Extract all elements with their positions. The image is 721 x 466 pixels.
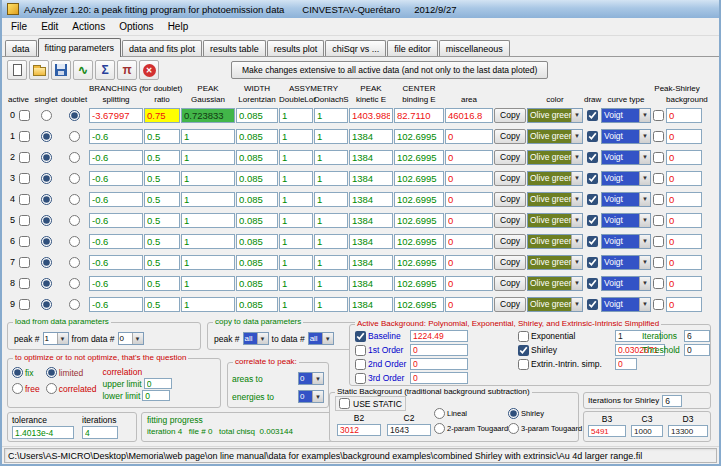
area-field[interactable] bbox=[445, 276, 493, 291]
active-checkbox[interactable] bbox=[19, 257, 30, 268]
area-field[interactable] bbox=[445, 213, 493, 228]
bg-threshold-field[interactable] bbox=[684, 344, 710, 356]
second-order-field[interactable] bbox=[410, 358, 468, 370]
draw-checkbox[interactable] bbox=[587, 194, 598, 205]
singlet-radio[interactable] bbox=[41, 299, 52, 310]
lorentzian-width-field[interactable] bbox=[236, 255, 278, 270]
binding-energy-field[interactable] bbox=[394, 213, 444, 228]
doublet-radio[interactable] bbox=[69, 152, 80, 163]
curve-type-select[interactable]: Voigt▼ bbox=[601, 171, 651, 186]
doniach-sunjic-field[interactable] bbox=[314, 276, 348, 291]
tolerance-field[interactable] bbox=[12, 426, 74, 439]
limited-radio[interactable] bbox=[46, 367, 57, 378]
peak-shirley-background-field[interactable] bbox=[666, 234, 702, 249]
draw-checkbox[interactable] bbox=[587, 110, 598, 121]
d3-field[interactable] bbox=[668, 425, 708, 437]
c3-field[interactable] bbox=[631, 425, 663, 437]
c2-field[interactable] bbox=[387, 424, 431, 436]
peak-shirley-background-field[interactable] bbox=[666, 297, 702, 312]
branching-ratio-field[interactable] bbox=[144, 108, 180, 123]
branching-ratio-field[interactable] bbox=[144, 234, 180, 249]
binding-energy-field[interactable] bbox=[394, 276, 444, 291]
draw-checkbox[interactable] bbox=[587, 236, 598, 247]
peak-shirley-checkbox[interactable] bbox=[653, 257, 664, 268]
copy-button[interactable]: Copy bbox=[494, 276, 526, 291]
color-select[interactable]: Olive green▼ bbox=[527, 276, 583, 291]
splitting-field[interactable] bbox=[89, 129, 143, 144]
menu-file[interactable]: File bbox=[4, 20, 34, 33]
doublet-radio[interactable] bbox=[69, 110, 80, 121]
gaussian-width-field[interactable] bbox=[181, 234, 235, 249]
active-checkbox[interactable] bbox=[19, 152, 30, 163]
draw-checkbox[interactable] bbox=[587, 278, 598, 289]
peak-shirley-background-field[interactable] bbox=[666, 276, 702, 291]
tab-results-plot[interactable]: results plot bbox=[267, 40, 325, 56]
peak-shirley-checkbox[interactable] bbox=[653, 236, 664, 247]
doniach-sunjic-field[interactable] bbox=[314, 108, 348, 123]
copy-button[interactable]: Copy bbox=[494, 171, 526, 186]
kinetic-energy-field[interactable] bbox=[349, 129, 393, 144]
peak-shirley-checkbox[interactable] bbox=[653, 299, 664, 310]
load-peak-select[interactable]: 1▼ bbox=[43, 332, 69, 345]
fix-radio[interactable] bbox=[12, 367, 23, 378]
doublet-radio[interactable] bbox=[69, 131, 80, 142]
gaussian-width-field[interactable] bbox=[181, 276, 235, 291]
tab-results-table[interactable]: results table bbox=[203, 40, 266, 56]
shirley-checkbox[interactable] bbox=[518, 345, 529, 356]
plot-button[interactable]: ∿ bbox=[73, 60, 93, 80]
kinetic-energy-field[interactable] bbox=[349, 171, 393, 186]
singlet-radio[interactable] bbox=[41, 131, 52, 142]
copy-to-data-select[interactable]: all▼ bbox=[308, 332, 334, 345]
menu-edit[interactable]: Edit bbox=[34, 20, 65, 33]
binding-energy-field[interactable] bbox=[394, 255, 444, 270]
peak-shirley-background-field[interactable] bbox=[666, 213, 702, 228]
area-field[interactable] bbox=[445, 255, 493, 270]
lorentzian-width-field[interactable] bbox=[236, 171, 278, 186]
color-select[interactable]: Olive green▼ bbox=[527, 171, 583, 186]
singlet-radio[interactable] bbox=[41, 194, 52, 205]
double-lorentzian-field[interactable] bbox=[279, 234, 313, 249]
second-order-checkbox[interactable] bbox=[355, 359, 366, 370]
double-lorentzian-field[interactable] bbox=[279, 192, 313, 207]
third-order-checkbox[interactable] bbox=[355, 373, 366, 384]
draw-checkbox[interactable] bbox=[587, 131, 598, 142]
copy-peak-select[interactable]: all▼ bbox=[243, 332, 269, 345]
gaussian-width-field[interactable] bbox=[181, 150, 235, 165]
correlated-radio[interactable] bbox=[46, 383, 57, 394]
copy-button[interactable]: Copy bbox=[494, 192, 526, 207]
gaussian-width-field[interactable] bbox=[181, 213, 235, 228]
baseline-checkbox[interactable] bbox=[355, 331, 366, 342]
lorentzian-width-field[interactable] bbox=[236, 150, 278, 165]
branching-ratio-field[interactable] bbox=[144, 129, 180, 144]
new-file-button[interactable] bbox=[7, 60, 27, 80]
menu-options[interactable]: Options bbox=[112, 20, 160, 33]
exponential-checkbox[interactable] bbox=[518, 331, 529, 342]
peak-shirley-checkbox[interactable] bbox=[653, 173, 664, 184]
abort-button[interactable]: ✕ bbox=[139, 60, 159, 80]
copy-button[interactable]: Copy bbox=[494, 213, 526, 228]
bg-iterations-field[interactable] bbox=[684, 330, 710, 342]
open-file-button[interactable] bbox=[29, 60, 49, 80]
doniach-sunjic-field[interactable] bbox=[314, 297, 348, 312]
gaussian-width-field[interactable] bbox=[181, 255, 235, 270]
draw-checkbox[interactable] bbox=[587, 152, 598, 163]
kinetic-energy-field[interactable] bbox=[349, 192, 393, 207]
tab-data-and-fits-plot[interactable]: data and fits plot bbox=[122, 40, 202, 56]
peak-shirley-checkbox[interactable] bbox=[653, 131, 664, 142]
draw-checkbox[interactable] bbox=[587, 299, 598, 310]
splitting-field[interactable] bbox=[89, 192, 143, 207]
curve-type-select[interactable]: Voigt▼ bbox=[601, 276, 651, 291]
peak-shirley-background-field[interactable] bbox=[666, 192, 702, 207]
double-lorentzian-field[interactable] bbox=[279, 129, 313, 144]
curve-type-select[interactable]: Voigt▼ bbox=[601, 255, 651, 270]
menu-help[interactable]: Help bbox=[161, 20, 196, 33]
peak-shirley-background-field[interactable] bbox=[666, 129, 702, 144]
active-checkbox[interactable] bbox=[19, 110, 30, 121]
singlet-radio[interactable] bbox=[41, 257, 52, 268]
area-field[interactable] bbox=[445, 297, 493, 312]
doniach-sunjic-field[interactable] bbox=[314, 213, 348, 228]
copy-button[interactable]: Copy bbox=[494, 129, 526, 144]
peak-shirley-checkbox[interactable] bbox=[653, 194, 664, 205]
use-static-checkbox[interactable] bbox=[339, 398, 350, 409]
singlet-radio[interactable] bbox=[41, 215, 52, 226]
